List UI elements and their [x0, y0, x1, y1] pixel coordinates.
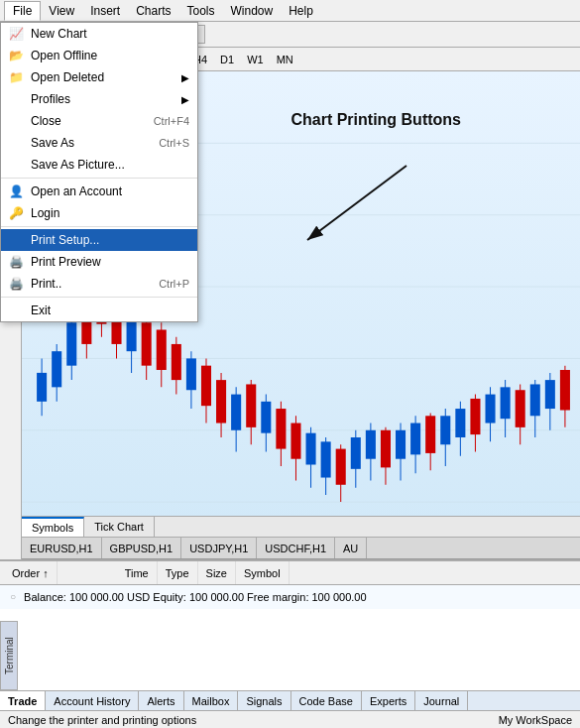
col-size: Size	[198, 561, 236, 584]
status-bar: Change the printer and printing options …	[0, 710, 580, 728]
symbol-tab-gbpusd[interactable]: GBPUSD,H1	[102, 538, 182, 558]
menu-item-save-as-picture[interactable]: Save As Picture...	[1, 154, 197, 176]
terminal-tab-signals[interactable]: Signals	[238, 691, 290, 710]
svg-rect-73	[530, 384, 540, 416]
terminal-tab-account-history[interactable]: Account History	[46, 691, 139, 710]
col-order: Order ↑	[4, 561, 58, 584]
annotation-arrow	[288, 156, 426, 255]
open-deleted-label: Open Deleted	[31, 70, 104, 84]
menu-item-save-as[interactable]: Save As Ctrl+S	[1, 132, 197, 154]
menu-separator-1	[1, 178, 197, 179]
print-setup-icon	[7, 231, 25, 249]
menu-item-exit[interactable]: Exit	[1, 300, 197, 321]
menu-item-login[interactable]: 🔑 Login	[1, 202, 197, 224]
terminal-tab-mailbox[interactable]: Mailbox	[184, 691, 239, 710]
menu-item-open-deleted[interactable]: 📁 Open Deleted ▶	[1, 66, 197, 88]
terminal-tab-alerts[interactable]: Alerts	[139, 691, 183, 710]
save-as-label: Save As	[31, 136, 74, 150]
symbol-tab-eurusd[interactable]: EURUSD,H1	[22, 538, 102, 558]
balance-circle: ○	[10, 591, 16, 603]
svg-rect-41	[290, 424, 300, 459]
profiles-label: Profiles	[31, 92, 70, 106]
print-icon: 🖨️	[7, 275, 25, 293]
menu-window[interactable]: Window	[223, 2, 282, 20]
menu-item-print-setup[interactable]: Print Setup...	[1, 229, 197, 251]
svg-rect-55	[396, 430, 406, 459]
terminal-tab-codebase[interactable]: Code Base	[291, 691, 362, 710]
open-account-label: Open an Account	[31, 184, 122, 198]
symbol-tab-au[interactable]: AU	[335, 538, 367, 558]
svg-rect-29	[201, 366, 211, 407]
col-type: Type	[158, 561, 198, 584]
menu-item-open-account[interactable]: 👤 Open an Account	[1, 181, 197, 202]
login-icon: 🔑	[7, 204, 25, 222]
svg-rect-65	[470, 399, 480, 434]
balance-row: ○ Balance: 100 000.00 USD Equity: 100 00…	[6, 589, 574, 605]
status-left: Change the printer and printing options	[8, 714, 196, 726]
terminal-header: Order ↑ Time Type Size Symbol	[0, 561, 580, 585]
print-preview-icon: 🖨️	[7, 253, 25, 271]
svg-rect-57	[410, 424, 420, 455]
tf-mn[interactable]: MN	[271, 51, 299, 68]
terminal-panel: Order ↑ Time Type Size Symbol ○ Balance:…	[0, 559, 580, 710]
svg-rect-25	[172, 344, 181, 380]
svg-rect-31	[216, 380, 226, 423]
profiles-icon	[7, 90, 25, 108]
login-label: Login	[31, 206, 59, 220]
symbol-tab-usdchf[interactable]: USDCHF,H1	[257, 538, 335, 558]
menu-item-open-offline[interactable]: 📂 Open Offline	[1, 45, 197, 66]
svg-rect-7	[37, 373, 47, 402]
menu-help[interactable]: Help	[281, 2, 321, 20]
print-label: Print..	[31, 277, 61, 291]
save-as-picture-label: Save As Picture...	[31, 158, 125, 172]
terminal-vertical-label[interactable]: Terminal	[0, 621, 18, 690]
svg-rect-77	[560, 370, 570, 411]
svg-rect-39	[276, 409, 286, 449]
svg-rect-75	[545, 380, 555, 409]
svg-rect-23	[157, 329, 167, 370]
terminal-tab-journal[interactable]: Journal	[415, 691, 468, 710]
col-symbol: Symbol	[236, 561, 290, 584]
exit-label: Exit	[31, 303, 51, 317]
save-as-shortcut: Ctrl+S	[159, 137, 189, 149]
menu-view[interactable]: View	[41, 2, 82, 20]
exit-icon	[7, 302, 25, 319]
menu-item-print[interactable]: 🖨️ Print.. Ctrl+P	[1, 273, 197, 295]
svg-rect-45	[321, 441, 331, 477]
menu-separator-2	[1, 226, 197, 227]
menu-file[interactable]: File	[4, 1, 41, 21]
menu-charts[interactable]: Charts	[128, 2, 178, 20]
symbol-tab-usdjpy[interactable]: USDJPY,H1	[181, 538, 257, 558]
chart-tab-symbols[interactable]: Symbols	[22, 517, 84, 537]
svg-rect-11	[66, 322, 76, 365]
svg-rect-69	[501, 387, 511, 419]
menu-tools[interactable]: Tools	[179, 2, 223, 20]
menu-item-new-chart[interactable]: 📈 New Chart	[1, 23, 197, 45]
save-as-icon	[7, 134, 25, 152]
terminal-tab-trade[interactable]: Trade	[0, 691, 46, 710]
open-deleted-icon: 📁	[7, 68, 25, 86]
svg-rect-51	[366, 430, 376, 459]
print-preview-label: Print Preview	[31, 255, 101, 269]
menu-separator-3	[1, 297, 197, 298]
terminal-body: ○ Balance: 100 000.00 USD Equity: 100 00…	[0, 585, 580, 609]
chart-tab-tick[interactable]: Tick Chart	[84, 517, 155, 537]
svg-rect-37	[261, 402, 271, 433]
tf-w1[interactable]: W1	[241, 51, 270, 68]
save-picture-icon	[7, 156, 25, 174]
menu-item-close[interactable]: Close Ctrl+F4	[1, 110, 197, 132]
svg-rect-71	[516, 390, 525, 427]
svg-rect-35	[246, 384, 256, 426]
new-chart-icon: 📈	[7, 25, 25, 43]
svg-line-79	[307, 166, 406, 240]
open-deleted-arrow: ▶	[181, 72, 189, 83]
menu-insert[interactable]: Insert	[82, 2, 128, 20]
open-offline-label: Open Offline	[31, 49, 97, 62]
tf-d1[interactable]: D1	[214, 51, 240, 68]
chart-annotation: Chart Printing Buttons	[290, 111, 461, 129]
menubar: File View Insert Charts Tools Window Hel…	[0, 0, 580, 22]
menu-item-print-preview[interactable]: 🖨️ Print Preview	[1, 251, 197, 273]
svg-rect-9	[52, 351, 61, 387]
terminal-tab-experts[interactable]: Experts	[362, 691, 415, 710]
menu-item-profiles[interactable]: Profiles ▶	[1, 88, 197, 110]
